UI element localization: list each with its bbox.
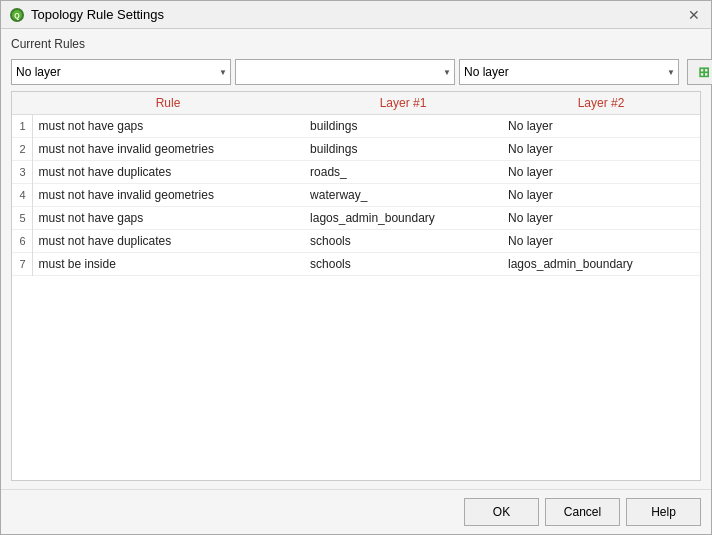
row-layer1: lagos_admin_boundary [304,207,502,230]
row-num: 6 [12,230,32,253]
table-header-row: Rule Layer #1 Layer #2 [12,92,700,115]
controls-row: No layer No layer ⊞ Add Rule 🗑 Delete [11,59,701,85]
row-layer2: No layer [502,184,700,207]
current-rules-label: Current Rules [11,37,701,51]
rules-table: Rule Layer #1 Layer #2 1 must not have g… [12,92,700,276]
title-bar: Q Topology Rule Settings ✕ [1,1,711,29]
table-row[interactable]: 2 must not have invalid geometries build… [12,138,700,161]
row-num: 1 [12,115,32,138]
row-num: 7 [12,253,32,276]
table-row[interactable]: 3 must not have duplicates roads_ No lay… [12,161,700,184]
row-rule: must be inside [32,253,304,276]
qgis-icon: Q [9,7,25,23]
row-layer2: No layer [502,230,700,253]
row-num: 2 [12,138,32,161]
row-layer1: roads_ [304,161,502,184]
row-layer1: buildings [304,138,502,161]
row-layer1: schools [304,253,502,276]
row-num: 5 [12,207,32,230]
ok-button[interactable]: OK [464,498,539,526]
dropdown1-wrapper: No layer [11,59,231,85]
table-row[interactable]: 4 must not have invalid geometries water… [12,184,700,207]
row-layer1: waterway_ [304,184,502,207]
col-num [12,92,32,115]
row-rule: must not have gaps [32,207,304,230]
col-layer2: Layer #2 [502,92,700,115]
add-icon: ⊞ [698,64,710,80]
col-layer1: Layer #1 [304,92,502,115]
col-rule: Rule [32,92,304,115]
row-layer2: lagos_admin_boundary [502,253,700,276]
layer-dropdown-2[interactable]: No layer [459,59,679,85]
dialog-window: Q Topology Rule Settings ✕ Current Rules… [0,0,712,535]
dropdown2-wrapper [235,59,455,85]
table-row[interactable]: 7 must be inside schools lagos_admin_bou… [12,253,700,276]
rule-dropdown[interactable] [235,59,455,85]
dialog-content: Current Rules No layer No layer ⊞ [1,29,711,489]
layer-dropdown-1[interactable]: No layer [11,59,231,85]
help-button[interactable]: Help [626,498,701,526]
rules-table-container: Rule Layer #1 Layer #2 1 must not have g… [11,91,701,481]
add-rule-button[interactable]: ⊞ Add Rule [687,59,712,85]
window-title: Topology Rule Settings [31,7,164,22]
title-bar-left: Q Topology Rule Settings [9,7,164,23]
row-rule: must not have invalid geometries [32,138,304,161]
dropdown3-wrapper: No layer [459,59,679,85]
row-layer2: No layer [502,138,700,161]
cancel-button[interactable]: Cancel [545,498,620,526]
table-row[interactable]: 5 must not have gaps lagos_admin_boundar… [12,207,700,230]
row-rule: must not have duplicates [32,161,304,184]
row-layer1: buildings [304,115,502,138]
row-layer2: No layer [502,161,700,184]
row-layer2: No layer [502,207,700,230]
row-rule: must not have gaps [32,115,304,138]
table-row[interactable]: 1 must not have gaps buildings No layer [12,115,700,138]
dialog-footer: OK Cancel Help [1,489,711,534]
row-rule: must not have duplicates [32,230,304,253]
row-rule: must not have invalid geometries [32,184,304,207]
row-layer2: No layer [502,115,700,138]
svg-text:Q: Q [14,12,20,20]
row-layer1: schools [304,230,502,253]
close-button[interactable]: ✕ [685,6,703,24]
row-num: 4 [12,184,32,207]
table-row[interactable]: 6 must not have duplicates schools No la… [12,230,700,253]
row-num: 3 [12,161,32,184]
